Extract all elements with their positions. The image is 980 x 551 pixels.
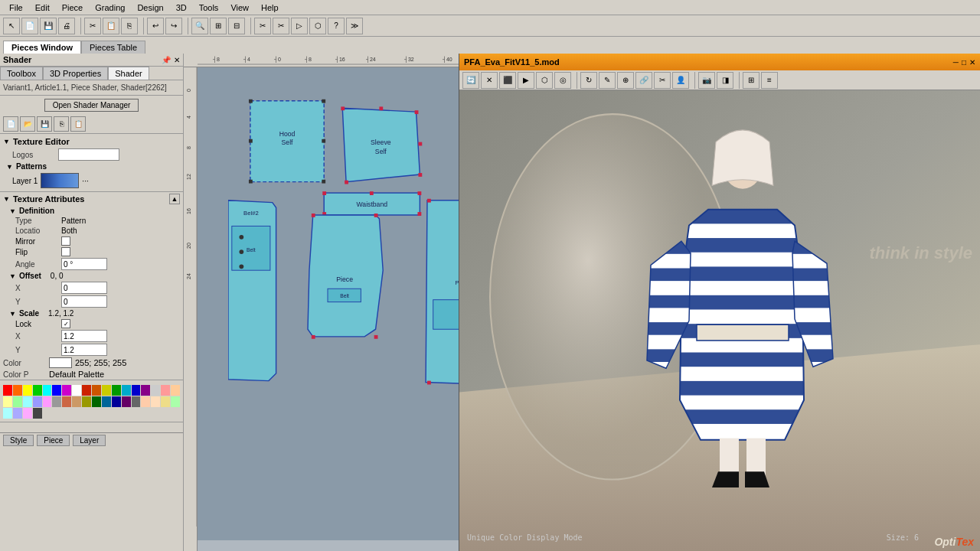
btab-piece[interactable]: Piece: [37, 435, 70, 446]
shader-tb-paste[interactable]: 📋: [70, 116, 86, 132]
btab-layer[interactable]: Layer: [73, 435, 106, 446]
3d-tb-btn6[interactable]: ◎: [554, 72, 571, 89]
btab-style[interactable]: Style: [3, 435, 34, 446]
palette-color-cell[interactable]: [122, 396, 131, 407]
3d-tb-refresh[interactable]: 🔄: [462, 72, 479, 89]
tab-pieces-table[interactable]: Pieces Table: [81, 41, 145, 54]
palette-color-cell[interactable]: [13, 408, 22, 419]
palette-color-cell[interactable]: [102, 385, 111, 396]
shader-tb-new[interactable]: 📄: [3, 116, 18, 132]
palette-color-cell[interactable]: [23, 408, 32, 419]
color-swatch[interactable]: [49, 357, 72, 368]
3d-canvas[interactable]: think in style Unique Color Display Mode…: [459, 90, 980, 551]
menu-grading[interactable]: Grading: [89, 2, 131, 14]
menu-help[interactable]: Help: [255, 2, 285, 14]
menu-view[interactable]: View: [224, 2, 255, 14]
definition-header[interactable]: ▼ Definition: [6, 206, 183, 216]
patterns-header[interactable]: ▼ Patterns: [3, 161, 180, 171]
palette-color-cell[interactable]: [151, 396, 160, 407]
toolbar-btn-12[interactable]: ⊟: [228, 18, 245, 34]
toolbar-btn-3[interactable]: 💾: [40, 18, 57, 34]
3d-tb-btn4[interactable]: ▶: [518, 72, 534, 89]
mirror-checkbox[interactable]: [61, 236, 70, 246]
logos-input[interactable]: [58, 148, 119, 161]
toolbar-btn-18[interactable]: ≫: [346, 18, 363, 34]
palette-color-cell[interactable]: [33, 408, 42, 419]
palette-color-cell[interactable]: [132, 385, 141, 396]
palette-color-cell[interactable]: [23, 385, 32, 396]
toolbar-btn-11[interactable]: ⊞: [210, 18, 227, 34]
palette-color-cell[interactable]: [171, 385, 180, 396]
view3d-close-icon[interactable]: ✕: [969, 58, 975, 67]
palette-color-cell[interactable]: [33, 396, 42, 407]
palette-color-cell[interactable]: [102, 396, 111, 407]
layer-color-swatch[interactable]: [41, 173, 79, 188]
3d-tb-btn2[interactable]: ✕: [481, 72, 498, 89]
toolbar-btn-8[interactable]: ↩: [147, 18, 164, 34]
palette-color-cell[interactable]: [122, 385, 131, 396]
toolbar-btn-13[interactable]: ✂: [254, 18, 271, 34]
tab-shader[interactable]: Shader: [108, 67, 149, 80]
shader-tb-copy[interactable]: ⎘: [54, 116, 69, 132]
3d-tb-grid[interactable]: ⊞: [743, 72, 760, 89]
shader-close-icon[interactable]: ✕: [174, 56, 180, 64]
3d-tb-btn11[interactable]: ✂: [654, 72, 671, 89]
layer-options-button[interactable]: ···: [82, 177, 88, 185]
3d-tb-btn16[interactable]: ≡: [761, 72, 778, 89]
shader-tb-open[interactable]: 📂: [20, 116, 35, 132]
tab-toolbox[interactable]: Toolbox: [0, 67, 43, 80]
3d-tb-btn5[interactable]: ⬡: [536, 72, 553, 89]
palette-color-cell[interactable]: [141, 396, 150, 407]
3d-tb-btn14[interactable]: ◨: [717, 72, 733, 89]
3d-tb-btn3[interactable]: ⬛: [499, 72, 516, 89]
toolbar-btn-6[interactable]: 📋: [103, 18, 119, 34]
toolbar-btn-16[interactable]: ⬡: [309, 18, 326, 34]
palette-color-cell[interactable]: [82, 396, 91, 407]
palette-color-cell[interactable]: [52, 385, 61, 396]
palette-color-cell[interactable]: [141, 385, 150, 396]
scale-y-input[interactable]: [61, 344, 107, 356]
palette-color-cell[interactable]: [171, 396, 180, 407]
toolbar-btn-4[interactable]: 🖨: [58, 18, 75, 34]
menu-tools[interactable]: Tools: [193, 2, 225, 14]
palette-color-cell[interactable]: [3, 396, 12, 407]
toolbar-btn-5[interactable]: ✂: [84, 18, 101, 34]
3d-tb-btn9[interactable]: ⊕: [617, 72, 634, 89]
view3d-minimize-icon[interactable]: ─: [953, 58, 959, 67]
palette-color-cell[interactable]: [161, 396, 170, 407]
palette-color-cell[interactable]: [72, 385, 81, 396]
palette-color-cell[interactable]: [23, 396, 32, 407]
offset-y-input[interactable]: [61, 295, 107, 308]
palette-color-cell[interactable]: [82, 385, 91, 396]
palette-color-cell[interactable]: [161, 385, 170, 396]
scale-x-input[interactable]: [61, 330, 107, 342]
palette-color-cell[interactable]: [13, 396, 22, 407]
palette-color-cell[interactable]: [132, 396, 141, 407]
3d-tb-btn8[interactable]: ✎: [599, 72, 616, 89]
toolbar-btn-7[interactable]: ⎘: [121, 18, 138, 34]
palette-color-cell[interactable]: [43, 396, 52, 407]
toolbar-zoom-in[interactable]: 🔍: [191, 18, 208, 34]
palette-color-cell[interactable]: [92, 385, 101, 396]
flip-checkbox[interactable]: [61, 247, 70, 256]
menu-design[interactable]: Design: [131, 2, 169, 14]
palette-color-cell[interactable]: [92, 396, 101, 407]
3d-tb-btn10[interactable]: 🔗: [635, 72, 652, 89]
toolbar-btn-15[interactable]: ▷: [291, 18, 308, 34]
toolbar-btn-2[interactable]: 📄: [21, 18, 38, 34]
scale-header[interactable]: ▼ Scale 1.2, 1.2: [6, 308, 183, 318]
menu-edit[interactable]: Edit: [29, 2, 56, 14]
palette-color-cell[interactable]: [72, 396, 81, 407]
angle-input[interactable]: [61, 258, 107, 270]
toolbar-btn-1[interactable]: ↖: [3, 18, 20, 34]
palette-color-cell[interactable]: [151, 385, 160, 396]
toolbar-btn-9[interactable]: ↪: [165, 18, 182, 34]
palette-color-cell[interactable]: [112, 396, 121, 407]
palette-color-cell[interactable]: [3, 408, 12, 419]
palette-color-cell[interactable]: [52, 396, 61, 407]
palette-color-cell[interactable]: [62, 385, 71, 396]
tab-3d-properties[interactable]: 3D Properties: [43, 67, 108, 80]
palette-color-cell[interactable]: [112, 385, 121, 396]
offset-header[interactable]: ▼ Offset 0, 0: [6, 271, 183, 281]
menu-piece[interactable]: Piece: [56, 2, 90, 14]
